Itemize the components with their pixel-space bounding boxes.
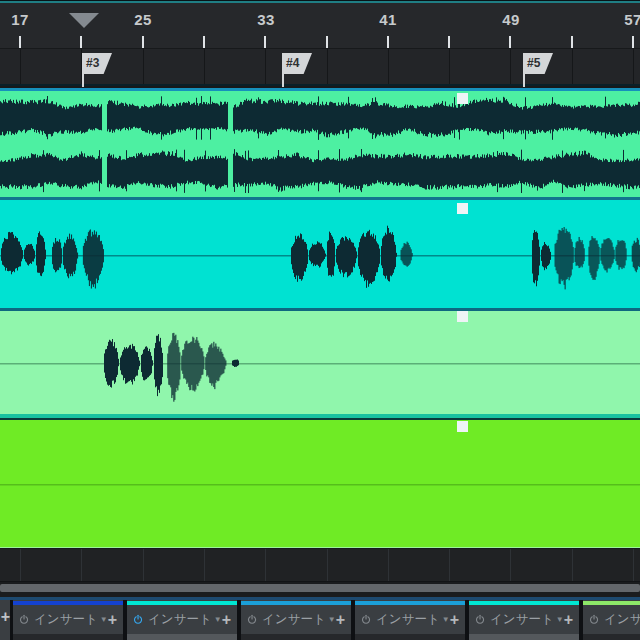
insert-slot-row: インサート▼+ [13, 605, 123, 634]
chevron-down-icon[interactable]: ▼ [442, 615, 450, 624]
bar-number-label: 33 [257, 11, 275, 28]
event-handle[interactable] [457, 421, 468, 432]
event-handle[interactable] [457, 203, 468, 214]
insert-slot-row: インサート▼+ [241, 605, 351, 634]
power-icon[interactable] [19, 612, 29, 627]
marker-flag[interactable]: #4 [282, 53, 312, 74]
ruler-tick [509, 36, 511, 48]
ruler-tick [264, 36, 266, 48]
power-icon[interactable] [475, 612, 485, 627]
insert-slot-row: インサート▼+ [583, 605, 640, 634]
marker-lane-gridline [510, 49, 511, 84]
insert-label[interactable]: インサート [376, 611, 440, 628]
chevron-down-icon[interactable]: ▼ [556, 615, 564, 624]
channel-sub-strip [469, 634, 579, 640]
marker-lane[interactable]: #3#4#5 [0, 48, 640, 86]
ruler-tick [203, 36, 205, 48]
insert-label[interactable]: インサート [148, 611, 212, 628]
insert-label[interactable]: インサート [604, 611, 640, 628]
ruler-tick [326, 36, 328, 48]
channel-strip: インサート▼+ [583, 600, 640, 640]
grid-line [143, 549, 144, 581]
grid-line [81, 549, 82, 581]
ruler-tick [632, 36, 634, 48]
bar-number-label: 25 [134, 11, 152, 28]
channel-sub-strip [241, 634, 351, 640]
add-insert-button[interactable]: + [450, 611, 459, 629]
marker-lane-gridline [572, 49, 573, 84]
insert-label[interactable]: インサート [34, 611, 98, 628]
add-insert-button[interactable]: + [336, 611, 345, 629]
scrollbar-thumb[interactable] [0, 584, 640, 592]
marker-flag[interactable]: #3 [82, 53, 112, 74]
ruler-tick [448, 36, 450, 48]
power-icon[interactable] [361, 612, 371, 627]
marker-lane-gridline [327, 49, 328, 84]
event-handle[interactable] [457, 93, 468, 104]
marker-lane-gridline [265, 49, 266, 84]
marker-lane-gridline [388, 49, 389, 84]
grid-line [20, 549, 21, 581]
audio-track-2[interactable] [0, 197, 640, 308]
empty-grid-area[interactable] [0, 549, 640, 581]
chevron-down-icon[interactable]: ▼ [328, 615, 336, 624]
insert-slot-row: インサート▼+ [127, 605, 237, 634]
grid-line [204, 549, 205, 581]
marker-flag[interactable]: #5 [523, 53, 553, 74]
channel-strip: インサート▼+ [469, 600, 579, 640]
insert-label[interactable]: インサート [490, 611, 554, 628]
ruler-tick [80, 36, 82, 48]
marker-lane-gridline [20, 49, 21, 84]
channel-strip-partial[interactable]: + [0, 600, 10, 640]
add-insert-button[interactable]: + [222, 611, 231, 629]
bar-number-label: 57 [624, 11, 640, 28]
marker-lane-gridline [633, 49, 634, 84]
bar-number-label: 49 [502, 11, 520, 28]
event-handle[interactable] [457, 311, 468, 322]
power-icon[interactable] [247, 612, 257, 627]
add-insert-button[interactable]: + [108, 611, 117, 629]
playhead-marker-icon[interactable] [69, 13, 99, 28]
bar-number-label: 41 [379, 11, 397, 28]
marker-lane-gridline [143, 49, 144, 84]
chevron-down-icon[interactable]: ▼ [214, 615, 222, 624]
channel-sub-strip [355, 634, 465, 640]
power-icon[interactable] [589, 612, 599, 627]
channel-sub-strip [583, 634, 640, 640]
ruler-tick [19, 36, 21, 48]
marker-lane-gridline [449, 49, 450, 84]
channel-strip: インサート▼+ [13, 600, 123, 640]
grid-line [388, 549, 389, 581]
bar-number-label: 17 [11, 11, 29, 28]
audio-track-3[interactable] [0, 308, 640, 414]
audio-track-1[interactable] [0, 88, 640, 197]
marker-lane-gridline [204, 49, 205, 84]
channel-sub-strip [13, 634, 123, 640]
grid-line [449, 549, 450, 581]
grid-line [265, 549, 266, 581]
grid-line [572, 549, 573, 581]
channel-strip: インサート▼+ [127, 600, 237, 640]
add-insert-button[interactable]: + [564, 611, 573, 629]
audio-track-4[interactable] [0, 414, 640, 548]
insert-slot-row: インサート▼+ [355, 605, 465, 634]
ruler-tick [142, 36, 144, 48]
timeline-ruler[interactable]: 172533414957 [0, 3, 640, 48]
channel-strip: インサート▼+ [241, 600, 351, 640]
mixer-insert-strip: +インサート▼+インサート▼+インサート▼+インサート▼+インサート▼+インサー… [0, 600, 640, 640]
channel-strip: インサート▼+ [355, 600, 465, 640]
insert-label[interactable]: インサート [262, 611, 326, 628]
chevron-down-icon[interactable]: ▼ [100, 615, 108, 624]
ruler-tick [387, 36, 389, 48]
horizontal-scrollbar[interactable] [0, 581, 640, 597]
channel-sub-strip [127, 634, 237, 640]
power-icon[interactable] [133, 612, 143, 627]
arrangement-view: 172533414957 #3#4#5 +インサート▼+インサート▼+インサート… [0, 0, 640, 640]
insert-slot-row: インサート▼+ [469, 605, 579, 634]
grid-line [327, 549, 328, 581]
grid-line [633, 549, 634, 581]
ruler-tick [571, 36, 573, 48]
grid-line [510, 549, 511, 581]
